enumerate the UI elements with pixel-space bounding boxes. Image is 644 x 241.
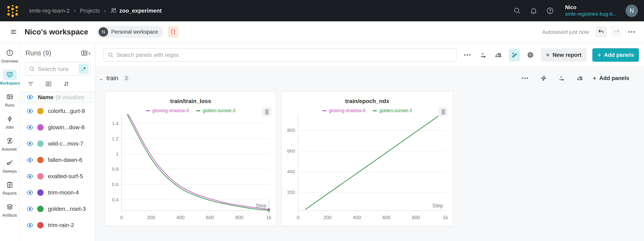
bell-icon[interactable]: [530, 7, 538, 15]
workspace-type-badge[interactable]: N Personal workspace: [97, 26, 163, 38]
undo-icon: [598, 28, 604, 35]
run-row[interactable]: glowin...dow-8: [20, 119, 95, 135]
search-runs-input[interactable]: [38, 66, 79, 72]
svg-text:Step: Step: [256, 203, 266, 209]
svg-text:1.4: 1.4: [112, 121, 118, 126]
layers-icon: [6, 203, 14, 211]
breadcrumb-separator: ›: [74, 7, 76, 14]
visibility-icon[interactable]: [26, 222, 34, 229]
run-row[interactable]: wild-c...mos-7: [20, 135, 95, 152]
autosave-status: Autosaved just now: [542, 29, 589, 35]
sidebar-item-jobs[interactable]: Jobs: [0, 114, 19, 130]
wandb-workspace-app: smle-reg-team-2 › Projects › zoo_experim…: [0, 0, 644, 241]
help-icon[interactable]: [546, 7, 554, 15]
page-title: Nico's workspace: [24, 27, 88, 36]
search-icon: [29, 66, 35, 72]
panel-train-loss[interactable]: train/train_loss glowing-shadow-8 golden…: [105, 91, 276, 226]
visibility-icon[interactable]: [26, 157, 34, 164]
visibility-icon[interactable]: [26, 173, 34, 180]
section-actions: ••• x: [520, 73, 639, 83]
section-add-panels-button[interactable]: + Add panels: [593, 74, 639, 82]
panel-cards-row: train/train_loss glowing-shadow-8 golden…: [105, 91, 453, 226]
run-row[interactable]: colorfu...gurt-9: [20, 103, 95, 119]
breadcrumb-project[interactable]: zoo_experiment: [110, 7, 162, 14]
run-row[interactable]: trim-rain-2: [20, 217, 95, 233]
run-row[interactable]: fallen-dawn-6: [20, 152, 95, 168]
sidebar-item-runs[interactable]: Runs: [0, 92, 19, 108]
sidebar-item-reports[interactable]: Reports: [0, 180, 19, 196]
breadcrumb-team[interactable]: smle-reg-team-2: [29, 7, 70, 14]
regex-toggle-button[interactable]: .*: [79, 64, 88, 74]
sidebar-item-artifacts[interactable]: Artifacts: [0, 202, 19, 218]
svg-text:600: 600: [382, 215, 390, 220]
section-more-icon[interactable]: •••: [520, 75, 531, 81]
sidebar-item-overview[interactable]: Overview: [0, 47, 19, 63]
section-x-axis-button[interactable]: x: [556, 73, 567, 83]
epoch-ndx-plot[interactable]: 20040060080002004006008001kStep: [284, 112, 450, 224]
collapse-section-icon[interactable]: ⌄: [99, 75, 104, 81]
group-list-icon[interactable]: [45, 80, 52, 87]
visibility-icon[interactable]: [26, 108, 34, 115]
filter-icon[interactable]: [27, 80, 34, 87]
runs-search-box: .*: [25, 62, 90, 76]
search-icon[interactable]: [513, 7, 521, 15]
visibility-icon[interactable]: [26, 189, 34, 196]
visibility-icon[interactable]: [26, 124, 34, 131]
sort-icon[interactable]: [63, 80, 70, 87]
broom-icon: [6, 159, 14, 167]
train-loss-plot[interactable]: 0.40.60.811.21.402004006008001kStep: [108, 112, 274, 224]
panels-more-icon[interactable]: •••: [462, 52, 473, 58]
run-color-dot: [37, 173, 44, 180]
svg-text:400: 400: [176, 215, 184, 220]
team-icon: [110, 7, 117, 14]
more-options-icon[interactable]: •••: [626, 29, 637, 35]
avatar[interactable]: N: [626, 4, 638, 17]
wandb-logo-icon[interactable]: [6, 4, 19, 18]
section-sparkle-button[interactable]: [538, 73, 549, 83]
settings-button[interactable]: [526, 50, 535, 60]
svg-text:x: x: [482, 51, 484, 56]
user-info[interactable]: Nico smle-registries-bug-b...: [565, 4, 617, 17]
scatter-outliers-icon: [510, 51, 518, 59]
svg-text:600: 600: [206, 215, 214, 220]
run-color-dot: [37, 157, 44, 163]
svg-text:0.6: 0.6: [112, 182, 118, 187]
breadcrumb-projects[interactable]: Projects: [80, 7, 100, 14]
name-column-label[interactable]: Name: [38, 94, 54, 100]
panels-area: ⌄ train 2 ••• x: [95, 67, 644, 241]
menu-icon[interactable]: [10, 28, 18, 36]
section-name[interactable]: train: [106, 75, 118, 82]
reports-icon: [6, 181, 14, 189]
panel-search-box: [103, 48, 456, 61]
sidebar-item-workspace[interactable]: Workspace: [0, 70, 19, 86]
discard-draft-button[interactable]: [168, 26, 178, 38]
expand-runs-table-button[interactable]: ›: [81, 49, 90, 57]
chart-title: train/train_loss: [105, 98, 276, 104]
section-smoothing-button[interactable]: [574, 73, 585, 83]
run-row[interactable]: trim-moon-4: [20, 184, 95, 201]
workspace-bar-actions: Autosaved just now •••: [542, 26, 637, 37]
chart-title: train/epoch_ndx: [282, 98, 453, 104]
run-row[interactable]: golden...nset-3: [20, 201, 95, 217]
svg-text:200: 200: [147, 215, 155, 220]
smoothing-button[interactable]: [494, 50, 503, 60]
sidebar-item-sweeps[interactable]: Sweeps: [0, 158, 19, 174]
search-icon: [108, 52, 114, 58]
add-panels-button[interactable]: + Add panels: [592, 48, 639, 62]
search-panels-input[interactable]: [116, 52, 452, 58]
outlier-mode-button[interactable]: [509, 48, 520, 61]
svg-text:600: 600: [287, 148, 295, 154]
run-row[interactable]: exalted-surf-5: [20, 168, 95, 184]
new-report-button[interactable]: + New report: [541, 48, 586, 62]
redo-button[interactable]: [611, 26, 622, 37]
x-axis-settings-button[interactable]: x: [479, 50, 488, 60]
workspace-avatar: N: [99, 27, 108, 37]
sidebar-item-automations[interactable]: Automat.: [0, 136, 19, 152]
user-org-link[interactable]: smle-registries-bug-b...: [565, 11, 617, 17]
panel-epoch-ndx[interactable]: train/epoch_ndx glowing-shadow-8 golden-…: [281, 91, 453, 226]
visibility-icon[interactable]: [26, 140, 34, 147]
undo-button[interactable]: [596, 26, 607, 37]
svg-text:1k: 1k: [443, 215, 448, 220]
visibility-all-icon[interactable]: [26, 94, 34, 101]
visibility-icon[interactable]: [26, 205, 34, 213]
